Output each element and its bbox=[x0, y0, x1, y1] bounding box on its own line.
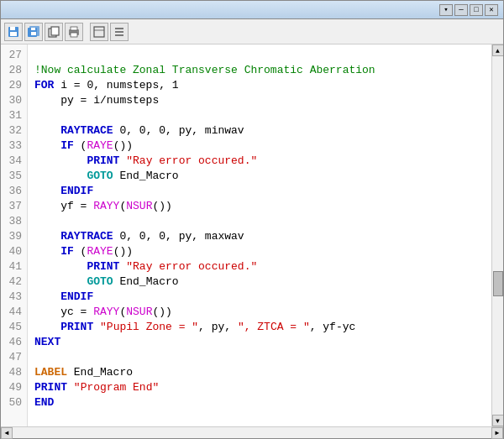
code-token: End_Macro bbox=[113, 170, 179, 182]
save-all-button[interactable] bbox=[24, 23, 43, 41]
code-token: LABEL bbox=[34, 366, 67, 379]
code-line: PRINT "Ray error occured." bbox=[34, 259, 488, 274]
code-token: 0, 0, 0, py, maxwav bbox=[113, 230, 244, 243]
code-token bbox=[93, 321, 100, 333]
code-line: GOTO End_Macro bbox=[34, 169, 488, 184]
save-button[interactable] bbox=[4, 23, 23, 41]
code-token: yf = bbox=[34, 200, 93, 212]
code-line: PRINT "Pupil Zone = ", py, ", ZTCA = ", … bbox=[34, 320, 488, 335]
line-number: 34 bbox=[4, 154, 22, 169]
code-token: ( bbox=[74, 245, 87, 258]
view-button[interactable] bbox=[90, 23, 108, 41]
code-token: , py, bbox=[198, 321, 238, 333]
code-token: End_Macro bbox=[113, 275, 179, 288]
code-token: RAYY bbox=[93, 200, 119, 212]
line-number: 44 bbox=[4, 305, 22, 320]
code-line: RAYTRACE 0, 0, 0, py, maxwav bbox=[34, 229, 488, 244]
title-maximize-btn[interactable]: □ bbox=[470, 4, 483, 16]
code-token: END bbox=[34, 396, 54, 409]
line-number: 38 bbox=[4, 214, 22, 229]
code-editor[interactable]: !Now calculate Zonal Transverse Chromati… bbox=[28, 44, 491, 426]
line-number: 49 bbox=[4, 380, 22, 395]
line-number: 33 bbox=[4, 138, 22, 154]
code-line: IF (RAYE()) bbox=[34, 244, 488, 259]
line-number: 41 bbox=[4, 259, 22, 274]
scroll-up-arrow[interactable]: ▲ bbox=[492, 44, 504, 56]
code-line: NEXT bbox=[34, 335, 488, 350]
line-number: 45 bbox=[4, 320, 22, 335]
list-button[interactable] bbox=[110, 23, 129, 41]
code-token: ()) bbox=[113, 139, 133, 152]
line-number: 29 bbox=[4, 78, 22, 93]
code-token: PRINT bbox=[34, 381, 67, 394]
title-minimize-btn[interactable]: ─ bbox=[454, 4, 468, 16]
code-token: !Now calculate Zonal Transverse Chromati… bbox=[34, 64, 375, 76]
code-token: "Ray error occured." bbox=[126, 260, 257, 273]
code-line: GOTO End_Macro bbox=[34, 274, 488, 290]
line-number: 31 bbox=[4, 108, 22, 123]
copy-button[interactable] bbox=[45, 23, 63, 41]
code-token: ( bbox=[74, 139, 87, 152]
title-bar: ▾ ─ □ ✕ bbox=[1, 1, 503, 19]
line-number: 28 bbox=[4, 63, 22, 78]
svg-rect-6 bbox=[31, 32, 36, 35]
scroll-track[interactable] bbox=[492, 56, 503, 415]
code-token: GOTO bbox=[34, 170, 113, 182]
line-number: 50 bbox=[4, 395, 22, 410]
h-scroll-track[interactable] bbox=[13, 427, 491, 438]
code-token: End_Macro bbox=[67, 366, 133, 379]
code-line bbox=[34, 214, 488, 229]
line-number: 35 bbox=[4, 169, 22, 184]
print-button[interactable] bbox=[65, 23, 83, 41]
line-number: 30 bbox=[4, 93, 22, 108]
code-token: py = i/numsteps bbox=[34, 94, 159, 107]
code-line: !Now calculate Zonal Transverse Chromati… bbox=[34, 63, 488, 78]
svg-rect-10 bbox=[71, 27, 77, 30]
toolbar bbox=[1, 19, 503, 44]
code-line: PRINT "Ray error occured." bbox=[34, 154, 488, 169]
code-token: ()) bbox=[152, 306, 171, 318]
svg-rect-11 bbox=[71, 33, 77, 37]
line-number: 37 bbox=[4, 199, 22, 214]
code-line: END bbox=[34, 395, 488, 410]
code-line: RAYTRACE 0, 0, 0, py, minwav bbox=[34, 123, 488, 138]
title-close-btn[interactable]: ✕ bbox=[485, 4, 498, 16]
code-token: RAYE bbox=[87, 245, 113, 258]
code-token: i = 0, numsteps, bbox=[54, 79, 171, 91]
scroll-right-arrow[interactable]: ▶ bbox=[491, 427, 503, 439]
line-number: 32 bbox=[4, 123, 22, 138]
code-line bbox=[34, 350, 488, 365]
code-token: PRINT bbox=[34, 154, 119, 167]
line-number: 42 bbox=[4, 274, 22, 290]
code-line bbox=[34, 48, 488, 63]
code-token: RAYE bbox=[87, 139, 113, 152]
scroll-thumb[interactable] bbox=[493, 271, 503, 296]
code-token: RAYTRACE bbox=[34, 124, 113, 137]
line-numbers: 2728293031323334353637383940414243444546… bbox=[1, 44, 28, 426]
code-token: ", ZTCA = " bbox=[238, 321, 310, 333]
line-number: 46 bbox=[4, 335, 22, 350]
code-token: IF bbox=[34, 245, 74, 258]
code-token bbox=[67, 381, 74, 394]
code-token: RAYY bbox=[93, 306, 119, 318]
line-number: 40 bbox=[4, 244, 22, 259]
horizontal-scrollbar: ◀ ▶ bbox=[1, 426, 503, 438]
title-dropdown-btn[interactable]: ▾ bbox=[439, 4, 453, 16]
line-number: 43 bbox=[4, 290, 22, 305]
content-area: 2728293031323334353637383940414243444546… bbox=[1, 44, 503, 426]
code-token: IF bbox=[34, 139, 74, 152]
code-line: yc = RAYY(NSUR()) bbox=[34, 305, 488, 320]
code-line: yf = RAYY(NSUR()) bbox=[34, 199, 488, 214]
line-number: 27 bbox=[4, 48, 22, 63]
code-token: ENDIF bbox=[34, 185, 93, 197]
svg-rect-1 bbox=[10, 27, 15, 30]
main-window: ▾ ─ □ ✕ 27282930313233343536373839404142… bbox=[0, 0, 504, 439]
code-line: py = i/numsteps bbox=[34, 93, 488, 108]
code-token: ()) bbox=[113, 245, 133, 258]
code-token: PRINT bbox=[34, 321, 93, 333]
code-token: yc = bbox=[34, 306, 93, 318]
scroll-down-arrow[interactable]: ▼ bbox=[492, 415, 504, 426]
scroll-left-arrow[interactable]: ◀ bbox=[1, 427, 13, 439]
code-token: "Ray error occured." bbox=[126, 154, 257, 167]
code-token: RAYTRACE bbox=[34, 230, 113, 243]
